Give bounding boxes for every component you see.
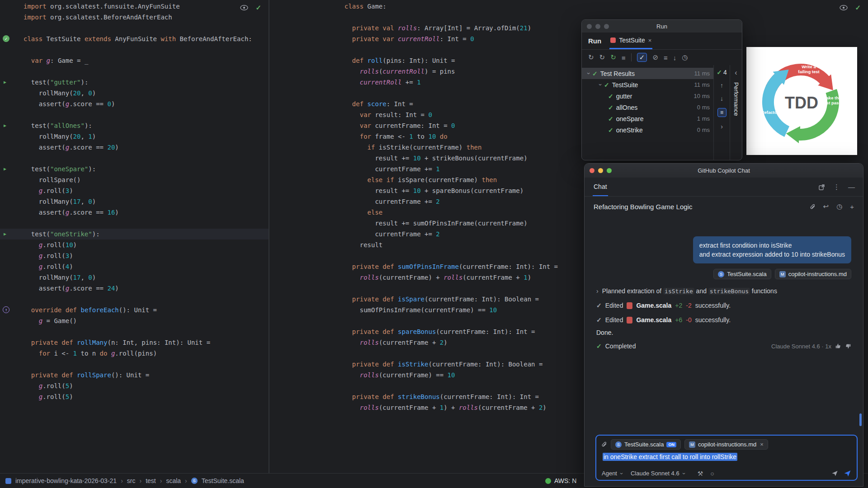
code-line[interactable] [0,109,269,120]
editor-pane-testsuite[interactable]: ✓ import org.scalatest.funsuite.AnyFunSu… [0,0,269,473]
code-line[interactable]: ▶ test("oneSpare"): [0,164,269,174]
tree-row-onestrike[interactable]: ✓ oneStrike 0 ms [582,124,713,136]
input-chip-testsuite[interactable]: S TestSuite.scala ON [611,439,681,450]
mode-selector[interactable]: Agent [602,470,617,477]
code-line[interactable]: g.roll(3) [0,185,269,196]
thumbs-up-icon[interactable] [835,343,841,349]
code-line[interactable]: private val rolls: Array[Int] = Array.of… [269,23,868,33]
code-line[interactable]: rollMany(17, 0) [0,272,269,283]
code-line[interactable]: g.roll(4) [0,261,269,272]
code-line[interactable]: g.roll(10) [0,239,269,250]
tree-row-gutter[interactable]: ✓ gutter 10 ms [582,90,713,102]
chevron-left-icon[interactable]: ‹ [735,69,737,77]
model-selector[interactable]: Claude Sonnet 4.6 [631,470,679,477]
inspections-ok-icon[interactable]: ✓ [855,4,861,12]
attach-context-icon[interactable] [809,203,816,210]
edit-file-name[interactable]: Game.scala [636,316,671,324]
code-line[interactable]: import org.scalatest.funsuite.AnyFunSuit… [0,1,269,12]
override-gutter-icon[interactable]: ↑ [3,306,9,313]
rerun-tests-icon[interactable]: ↻ [588,53,594,61]
edit-row-2[interactable]: ✓ Edited Game.scala +6 -0 successfully. [596,316,851,324]
code-line[interactable]: ▶ test("oneStrike"): [0,229,269,239]
code-line[interactable]: for i <- 1 to n do g.roll(pins) [0,348,269,359]
code-line[interactable]: ▶ test("gutter"): [0,77,269,88]
prompt-input[interactable]: in oneStrike extract first call to roll … [601,453,852,460]
code-line[interactable]: g.roll(3) [0,250,269,261]
code-line[interactable] [0,44,269,55]
toggle-auto-test-icon[interactable]: ↻ [610,53,616,61]
tab-performance[interactable]: Performance [733,82,740,116]
code-line[interactable]: class Game: [269,1,868,12]
tab-chat[interactable]: Chat [593,178,608,196]
input-chip-instructions[interactable]: M copilot-instructions.md × [684,439,768,450]
tree-row-allones[interactable]: ✓ allOnes 0 ms [582,102,713,113]
breadcrumb-src[interactable]: src [127,477,136,484]
tree-row-testsuite[interactable]: › ✓ TestSuite 11 ms [582,79,713,90]
code-line[interactable]: g = Game() [0,315,269,326]
schedule-send-icon[interactable] [831,470,838,477]
send-button[interactable] [844,469,851,477]
breadcrumb-scala[interactable]: scala [166,477,181,484]
attach-file-icon[interactable] [601,441,607,448]
show-passed-filter-icon[interactable]: ✓ [637,53,647,62]
copilot-titlebar[interactable]: GitHub Copilot Chat [585,164,863,178]
expand-all-icon[interactable]: ↓ [673,54,677,61]
aws-status[interactable]: AWS: N [545,477,576,484]
code-line[interactable]: g.roll(5) [0,380,269,391]
code-line[interactable]: assert(g.score == 0) [0,99,269,109]
close-window-icon[interactable] [590,168,594,173]
edit-file-name[interactable]: Game.scala [636,302,671,309]
code-line[interactable]: private def rollSpare(): Unit = [0,370,269,380]
code-line[interactable]: rollMany(20, 0) [0,88,269,99]
highlighting-eye-icon[interactable] [840,5,848,10]
planned-extraction-row[interactable]: › Planned extraction of isStrike and str… [596,287,851,295]
close-window-icon[interactable] [587,24,592,29]
run-test-gutter-icon[interactable]: ▶ [4,229,6,239]
run-tool-window[interactable]: Run Run TestSuite × ↻ ↻ ↻ ■ ✓ ⊘ ≡ ↓ ◷ [581,19,742,160]
code-line[interactable] [0,218,269,229]
minimize-window-icon[interactable] [598,168,603,173]
tree-row-test-results[interactable]: › ✓ Test Results 11 ms [582,68,713,79]
chevron-down-icon[interactable]: › [597,81,604,88]
minimize-window-icon[interactable] [595,24,600,29]
code-line[interactable]: private var currentRoll: Int = 0 [269,33,868,44]
rerun-failed-tests-icon[interactable]: ↻ [599,53,605,61]
code-line[interactable]: assert(g.score == 20) [0,142,269,153]
code-line[interactable] [0,23,269,33]
previous-failed-test-icon[interactable]: ↑ [720,82,723,89]
chevron-right-icon[interactable]: › [721,123,723,130]
show-ignored-filter-icon[interactable]: ⊘ [652,53,658,61]
zoom-window-icon[interactable] [607,168,612,173]
code-line[interactable]: g.roll(5) [0,391,269,402]
code-line[interactable] [0,359,269,370]
test-history-icon[interactable]: ◷ [682,53,688,61]
more-options-icon[interactable]: ⋮ [833,183,840,191]
thumbs-down-icon[interactable] [845,343,851,349]
code-line[interactable]: var g: Game = _ [0,55,269,66]
code-line[interactable] [269,12,868,23]
code-line[interactable]: assert(g.score == 16) [0,207,269,218]
context-chip-instructions[interactable]: M copilot-instructions.md [775,269,851,279]
sort-tests-icon[interactable]: ≡ [664,54,668,61]
code-line[interactable] [0,66,269,77]
chevron-right-icon[interactable]: › [596,287,599,295]
tree-row-onespare[interactable]: ✓ oneSpare 1 ms [582,113,713,124]
chat-history-icon[interactable]: ◷ [836,202,842,211]
code-line[interactable] [0,326,269,337]
next-failed-test-icon[interactable]: ↓ [720,95,723,102]
new-chat-icon[interactable]: + [850,203,854,211]
chevron-down-icon[interactable]: › [585,70,592,77]
code-line[interactable]: assert(g.score == 24) [0,283,269,294]
breadcrumb-file[interactable]: TestSuite.scala [202,477,244,484]
code-line[interactable]: import org.scalatest.BeforeAndAfterEach [0,12,269,23]
run-window-titlebar[interactable]: Run [582,20,742,33]
code-line[interactable]: ↑ override def beforeEach(): Unit = [0,305,269,315]
scrollbar-thumb[interactable] [859,413,862,426]
context-chip-testsuite[interactable]: S TestSuite.scala [713,269,771,279]
code-line[interactable] [0,294,269,305]
code-line[interactable] [0,153,269,164]
run-test-gutter-icon[interactable]: ▶ [4,120,6,131]
close-tab-icon[interactable]: × [648,37,652,44]
code-line[interactable]: ✓class TestSuite extends AnyFunSuite wit… [0,33,269,44]
open-in-editor-icon[interactable] [819,184,825,190]
